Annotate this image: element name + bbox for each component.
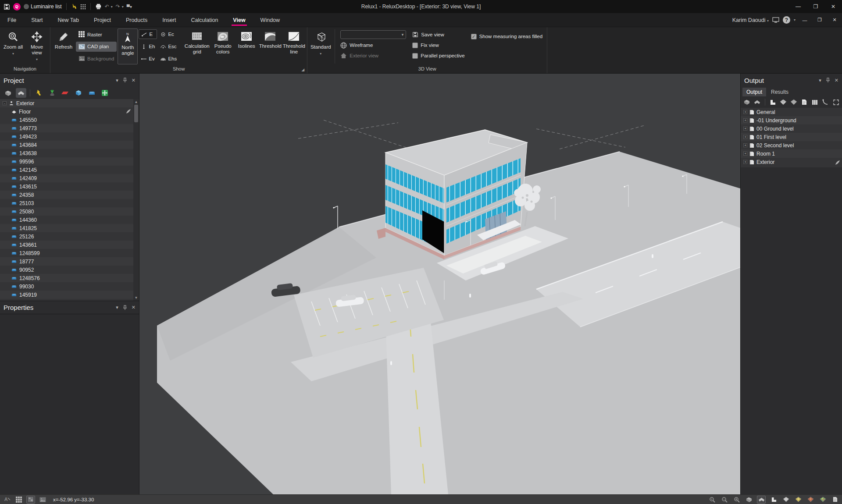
iso-box-tool[interactable] xyxy=(743,97,750,107)
furniture-tool[interactable] xyxy=(86,88,97,98)
pin-icon[interactable] xyxy=(123,78,127,83)
menu-products[interactable]: Products xyxy=(118,13,155,27)
pseudo-colors-button[interactable]: Pseudo colors xyxy=(211,28,234,64)
scroll-down-icon[interactable]: ▼ xyxy=(133,295,139,301)
tree-item-furniture[interactable]: 99030 xyxy=(0,282,139,291)
menu-new-tab[interactable]: New Tab xyxy=(50,13,86,27)
tree-item-furniture[interactable]: 141825 xyxy=(0,224,139,232)
isolines-button[interactable]: Isolines xyxy=(235,28,258,64)
tree-item-furniture[interactable]: 145550 xyxy=(0,116,139,124)
collapse-icon[interactable]: - xyxy=(3,101,7,105)
cad-plan-button[interactable]: CAD plan xyxy=(76,42,117,52)
output-tree-item[interactable]: + Room 1 xyxy=(741,149,842,158)
tree-item-furniture[interactable]: 149423 xyxy=(0,132,139,141)
pin-icon[interactable] xyxy=(123,305,127,310)
save-view-button[interactable]: Save view xyxy=(412,30,464,39)
refresh-button[interactable]: Refresh xyxy=(52,28,75,64)
apps-grid-button[interactable] xyxy=(80,4,86,10)
iso-roof-tool[interactable] xyxy=(16,88,26,98)
font-settings-tool[interactable]: A xyxy=(3,496,11,504)
redo-button[interactable]: ↷▾ xyxy=(116,4,124,10)
tree-item-furniture[interactable]: 24358 xyxy=(0,191,139,199)
tree-item-furniture[interactable]: 143638 xyxy=(0,149,139,157)
exterior-view-button[interactable]: Exterior view xyxy=(340,51,406,60)
tree-item-furniture[interactable]: 143684 xyxy=(0,141,139,149)
help-button[interactable]: ? xyxy=(783,16,790,24)
expand-icon[interactable]: + xyxy=(743,152,747,156)
panel-close-icon[interactable]: ✕ xyxy=(132,78,136,83)
dialog-launcher-icon[interactable]: ◢ xyxy=(301,67,304,72)
tree-item-furniture[interactable]: 90952 xyxy=(0,266,139,274)
iso-view-2-tool[interactable] xyxy=(790,97,798,107)
wireframe-button[interactable]: Wireframe xyxy=(340,41,406,50)
background-button[interactable]: Background xyxy=(76,53,117,64)
menu-file[interactable]: File xyxy=(0,13,24,27)
panel-menu-icon[interactable]: ▾ xyxy=(116,78,118,83)
restore-button[interactable]: ❐ xyxy=(807,0,824,13)
minimize-button[interactable]: — xyxy=(789,0,807,13)
measuring-surface-tool[interactable] xyxy=(60,88,71,98)
menu-calculation[interactable]: Calculation xyxy=(184,13,226,27)
output-tree-item[interactable]: + General xyxy=(741,108,842,116)
tree-item-furniture[interactable]: 145919 xyxy=(0,291,139,299)
panel-menu-icon[interactable]: ▾ xyxy=(819,78,821,83)
print-button[interactable] xyxy=(95,4,102,10)
user-account-button[interactable]: Karim Daoudi ▾ xyxy=(732,17,769,23)
calculation-grid-button[interactable]: Calculation grid xyxy=(183,28,210,64)
ev-button[interactable]: Ev xyxy=(139,54,157,64)
tree-item-furniture[interactable]: 143661 xyxy=(0,241,139,249)
view-plan-tool[interactable] xyxy=(769,496,778,504)
show-measuring-areas-checkbox[interactable]: ✓ Show measuring areas filled xyxy=(471,32,542,41)
cube-object-tool[interactable] xyxy=(73,88,84,98)
tree-item-floor[interactable]: Floor xyxy=(0,107,139,116)
zoom-in-tool[interactable] xyxy=(708,496,717,504)
ec-button[interactable]: Ec xyxy=(158,29,179,39)
report-tool[interactable] xyxy=(801,97,808,107)
corner-plan-tool[interactable] xyxy=(769,97,777,107)
output-tree-item[interactable]: + 00 Ground level xyxy=(741,124,842,133)
close-button[interactable]: ✕ xyxy=(824,0,842,13)
view-falsecolor-tool[interactable] xyxy=(806,496,815,504)
luminaire-tool[interactable] xyxy=(34,88,44,98)
menu-window[interactable]: Window xyxy=(253,13,287,27)
tree-item-furniture[interactable]: 1248576 xyxy=(0,274,139,282)
output-tree-item[interactable]: + 01 First level xyxy=(741,133,842,141)
ehs-button[interactable]: Ehs xyxy=(158,54,179,64)
threshold-line-button[interactable]: Threshold line xyxy=(282,28,305,64)
tree-item-furniture[interactable]: 25126 xyxy=(0,232,139,241)
tree-item-furniture[interactable]: 18777 xyxy=(0,257,139,266)
e-button[interactable]: E xyxy=(139,29,157,39)
tree-item-furniture[interactable]: 144360 xyxy=(0,216,139,224)
expand-icon[interactable]: + xyxy=(743,160,747,164)
cad-toggle-tool[interactable] xyxy=(26,496,35,504)
raster-button[interactable]: Raster xyxy=(76,29,117,39)
tree-item-furniture[interactable]: 142409 xyxy=(0,174,139,182)
expand-icon[interactable]: + xyxy=(743,143,747,147)
tree-item-furniture[interactable]: 25080 xyxy=(0,207,139,216)
edit-feather-icon[interactable] xyxy=(835,160,840,165)
view-3d-gray-tool[interactable] xyxy=(781,496,790,504)
tree-item-furniture[interactable]: 149773 xyxy=(0,124,139,132)
table-tool[interactable] xyxy=(811,97,819,107)
tree-item-furniture[interactable]: 143615 xyxy=(0,182,139,191)
iso-view-tool[interactable] xyxy=(780,97,787,107)
grid-toggle-tool[interactable] xyxy=(14,496,23,504)
menu-insert[interactable]: Insert xyxy=(155,13,183,27)
luminaire-list-button[interactable]: Luminaire list xyxy=(24,4,62,10)
output-tree-item[interactable]: + Exterior xyxy=(741,158,842,166)
tree-item-exterior[interactable]: - Exterior xyxy=(0,99,139,107)
parallel-perspective-checkbox[interactable]: ✓ Parallel perspective xyxy=(412,51,464,60)
view-pseudo-tool[interactable] xyxy=(794,496,803,504)
scene-tool[interactable] xyxy=(100,88,110,98)
report-view-tool[interactable] xyxy=(831,496,839,504)
iso-roof-tool[interactable] xyxy=(753,97,761,107)
doc-restore-button[interactable]: ❐ xyxy=(814,15,825,25)
view-iso-roof-tool[interactable] xyxy=(757,496,766,504)
zoom-out-tool[interactable] xyxy=(720,496,729,504)
tab-output[interactable]: Output xyxy=(742,88,766,96)
iso-box-tool[interactable] xyxy=(3,88,13,98)
output-tree-item[interactable]: + -01 Underground xyxy=(741,116,842,124)
project-scrollbar[interactable]: ▲ ▼ xyxy=(133,99,139,301)
viewport-3d[interactable] xyxy=(139,74,740,494)
panel-close-icon[interactable]: ✕ xyxy=(835,78,838,83)
